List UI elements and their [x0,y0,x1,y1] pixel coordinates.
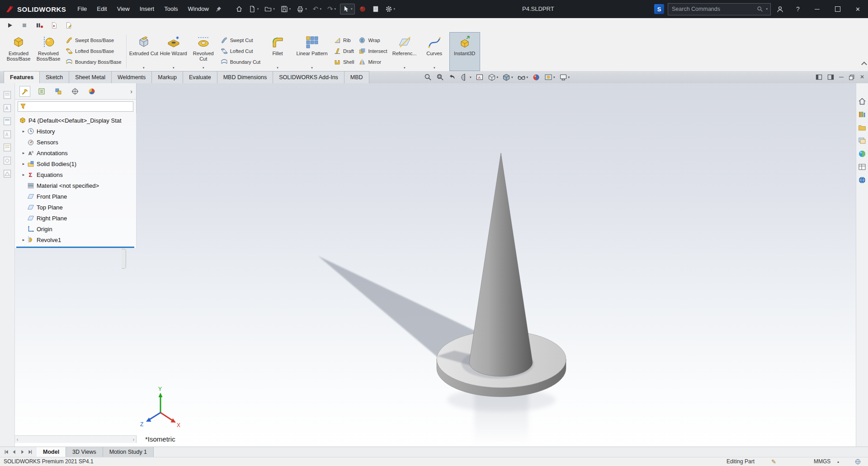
design-library-icon[interactable] [858,110,867,119]
first-tab-icon[interactable] [4,449,10,455]
record-pause-macro-button[interactable] [34,20,44,31]
marketplace-button[interactable] [357,4,368,14]
tree-item-revolve1[interactable]: ▸ Revolve1 [15,234,136,245]
pin-menu-icon[interactable] [216,6,222,12]
tree-filter-input[interactable] [28,103,131,110]
select-tool-button[interactable]: ▾ [340,4,355,14]
tree-item-part-root[interactable]: ▸ P4 (Default<<Default>_Display Stat [15,115,136,126]
rib-button[interactable]: Rib [334,36,354,44]
dropdown-caret-icon[interactable]: ▾ [553,76,555,79]
intersect-button[interactable]: Intersect [359,47,387,55]
tab-features[interactable]: Features [4,71,40,83]
home-button[interactable] [234,4,245,14]
tab-mbd-dimensions[interactable]: MBD Dimensions [217,71,274,83]
solidworks-badge-icon[interactable]: S [654,4,664,14]
dropdown-caret-icon[interactable]: ▾ [470,76,472,79]
dropdown-caret-icon[interactable]: ▾ [289,7,291,11]
edit-appearance-button[interactable] [532,73,540,81]
search-icon[interactable] [757,6,763,12]
search-commands-box[interactable]: ▾ [668,3,771,15]
doc-restore-button[interactable] [849,74,855,81]
side-toolbar-icon-4[interactable]: A [3,130,12,139]
zoom-area-button[interactable] [436,73,444,81]
save-button[interactable]: ▾ [279,4,293,14]
view-palette-icon[interactable] [858,136,867,145]
edit-macro-button[interactable] [64,20,73,31]
dropdown-caret-icon[interactable]: ▾ [311,66,313,70]
expand-arrow-icon[interactable]: ▸ [20,238,27,242]
play-macro-button[interactable] [5,20,14,31]
file-properties-button[interactable] [370,4,381,14]
tree-item-history[interactable]: ▸ History [15,126,136,137]
tab-solidworks-add-ins[interactable]: SOLIDWORKS Add-Ins [273,71,344,83]
status-globe-icon[interactable] [854,458,861,465]
scroll-left-icon[interactable]: ‹ [17,436,18,443]
tree-item-equations[interactable]: ▸ Σ Equations [15,169,136,180]
new-document-button[interactable]: ▾ [247,4,261,14]
dropdown-caret-icon[interactable]: ▾ [394,7,396,11]
dimxpertmanager-tab[interactable] [70,86,80,97]
doc-minimize-button[interactable] [839,77,844,77]
mirror-button[interactable]: Mirror [359,57,387,66]
linear-pattern-button[interactable]: Linear Pattern ▾ [292,32,331,71]
panel-splitter-handle[interactable] [122,249,126,269]
next-tab-icon[interactable] [19,449,25,455]
dropdown-caret-icon[interactable]: ▾ [335,7,336,11]
print-button[interactable]: ▾ [295,4,309,14]
tree-item-solid-bodies[interactable]: ▸ Solid Bodies(1) [15,158,136,169]
dropdown-caret-icon[interactable]: ▾ [273,7,275,11]
tab-3d-views[interactable]: 3D Views [66,447,103,457]
shell-button[interactable]: Shell [334,57,354,66]
dropdown-caret-icon[interactable]: ▾ [404,66,406,70]
search-input[interactable] [671,5,754,13]
minimize-button[interactable] [807,0,827,18]
side-toolbar-icon-1[interactable] [3,90,12,100]
dropdown-caret-icon[interactable]: ▾ [434,66,435,70]
dropdown-caret-icon[interactable]: ▾ [257,7,259,11]
lofted-boss-base-button[interactable]: Lofted Boss/Base [66,47,122,55]
view-settings-button[interactable]: ▾ [559,73,570,81]
menu-tools[interactable]: Tools [159,0,183,18]
tree-filter-box[interactable] [18,101,133,112]
tree-item-origin[interactable]: ▸ Origin [15,223,136,234]
task-pane-home-icon[interactable] [858,97,867,106]
tab-sheet-metal[interactable]: Sheet Metal [69,71,112,83]
redo-button[interactable]: ↷▾ [326,4,338,14]
menu-window[interactable]: Window [183,0,214,18]
swept-cut-button[interactable]: Swept Cut [221,36,260,44]
units-selector[interactable]: MMGS [814,457,830,466]
tab-sketch[interactable]: Sketch [40,71,69,83]
3d-scene[interactable]: Y X Z [137,83,856,447]
tree-item-front-plane[interactable]: ▸ Front Plane [15,191,136,202]
expand-arrow-icon[interactable]: ▸ [20,151,27,155]
apply-scene-button[interactable]: ▾ [544,73,555,81]
section-view-button[interactable]: ▾ [461,73,472,81]
options-button[interactable]: ▾ [383,4,397,14]
last-tab-icon[interactable] [27,449,33,455]
rollback-bar[interactable] [16,247,134,248]
tree-item-right-plane[interactable]: ▸ Right Plane [15,213,136,223]
solidworks-resources-icon[interactable] [858,176,867,185]
display-style-button[interactable]: ▾ [502,73,513,81]
swept-boss-base-button[interactable]: Swept Boss/Base [66,36,122,44]
menu-insert[interactable]: Insert [135,0,160,18]
revolved-cut-button[interactable]: Revolved Cut ▾ [189,32,218,71]
dropdown-caret-icon[interactable]: ▾ [497,76,499,79]
side-toolbar-icon-3[interactable] [3,117,12,126]
sign-in-button[interactable] [771,0,789,18]
lofted-cut-button[interactable]: Lofted Cut [221,47,260,55]
open-button[interactable]: ▾ [263,4,277,14]
new-macro-button[interactable] [50,20,59,31]
dropdown-caret-icon[interactable]: ▾ [511,76,513,79]
tree-item-annotations[interactable]: ▸ A Annotations [15,147,136,158]
hole-wizard-button[interactable]: Hole Wizard ▾ [159,32,189,71]
previous-view-button[interactable] [448,73,457,81]
revolved-boss-base-button[interactable]: Revolved Boss/Base [33,32,63,71]
expand-arrow-icon[interactable]: ▸ [20,172,27,177]
tree-item-sensors[interactable]: ▸ Sensors [15,137,136,147]
graphics-viewport[interactable]: Y X Z *Isometric [15,83,856,447]
menu-view[interactable]: View [112,0,135,18]
featuremanager-tree-tab[interactable] [19,86,30,97]
tab-weldments[interactable]: Weldments [112,71,152,83]
file-explorer-icon[interactable] [858,123,867,132]
